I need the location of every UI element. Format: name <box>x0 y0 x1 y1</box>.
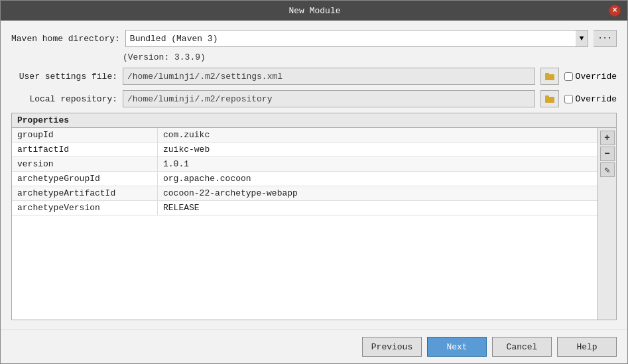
user-settings-override-label: Override <box>564 72 617 82</box>
local-repo-override-checkbox[interactable] <box>564 95 573 103</box>
remove-property-button[interactable]: − <box>600 147 615 161</box>
table-row: archetypeArtifactId cocoon-22-archetype-… <box>12 186 597 201</box>
close-button[interactable]: × <box>609 5 621 17</box>
folder-icon-2 <box>545 95 554 103</box>
maven-browse-button[interactable]: ··· <box>594 30 617 47</box>
svg-rect-3 <box>545 95 549 97</box>
maven-home-label: Maven home directory: <box>11 34 120 44</box>
table-row: archetypeVersion RELEASE <box>12 201 597 215</box>
user-settings-row: User settings file: Override <box>11 68 617 85</box>
prop-key: archetypeVersion <box>12 201 158 215</box>
user-settings-input[interactable] <box>123 68 535 85</box>
svg-rect-1 <box>545 73 549 75</box>
svg-rect-0 <box>545 74 554 80</box>
table-row: artifactId zuikc-web <box>12 143 597 157</box>
properties-header: Properties <box>12 113 616 128</box>
help-button[interactable]: Help <box>557 337 617 357</box>
prop-value: 1.0.1 <box>158 157 597 171</box>
prop-value: com.zuikc <box>158 128 597 142</box>
dialog: New Module × Maven home directory: ▼ ···… <box>0 0 628 364</box>
table-row: groupId com.zuikc <box>12 128 597 143</box>
previous-button[interactable]: Previous <box>362 337 422 357</box>
maven-home-input[interactable] <box>125 30 576 47</box>
table-row: archetypeGroupId org.apache.cocoon <box>12 172 597 186</box>
dialog-title: New Module <box>21 6 609 16</box>
cancel-button[interactable]: Cancel <box>492 337 552 357</box>
local-repo-input[interactable] <box>123 90 535 107</box>
prop-value: org.apache.cocoon <box>158 172 597 186</box>
local-repo-override-label: Override <box>564 94 617 104</box>
local-repo-browse-button[interactable] <box>540 90 559 107</box>
add-property-button[interactable]: + <box>600 131 615 145</box>
local-repo-label: Local repository: <box>11 94 117 104</box>
prop-value: RELEASE <box>158 201 597 215</box>
next-button[interactable]: Next <box>427 337 487 357</box>
prop-key: version <box>12 157 158 171</box>
prop-key: groupId <box>12 128 158 142</box>
properties-table: groupId com.zuikc artifactId zuikc-web v… <box>12 128 597 320</box>
user-settings-label: User settings file: <box>11 72 117 82</box>
maven-version-text: (Version: 3.3.9) <box>11 52 617 62</box>
maven-dropdown-button[interactable]: ▼ <box>576 30 589 47</box>
maven-input-wrap: ▼ <box>125 30 589 47</box>
user-settings-override-checkbox[interactable] <box>564 72 573 81</box>
title-bar: New Module × <box>1 1 627 21</box>
svg-rect-2 <box>545 97 554 103</box>
dialog-footer: Previous Next Cancel Help <box>1 330 627 363</box>
edit-property-button[interactable]: ✎ <box>600 162 615 177</box>
properties-section: Properties groupId com.zuikc artifactId … <box>11 113 617 320</box>
properties-actions: + − ✎ <box>597 128 616 320</box>
table-row: version 1.0.1 <box>12 157 597 172</box>
folder-icon <box>545 72 554 80</box>
properties-body: groupId com.zuikc artifactId zuikc-web v… <box>12 128 616 320</box>
maven-home-row: Maven home directory: ▼ ··· <box>11 30 617 47</box>
prop-value: cocoon-22-archetype-webapp <box>158 186 597 200</box>
local-repo-row: Local repository: Override <box>11 90 617 107</box>
prop-value: zuikc-web <box>158 143 597 156</box>
prop-key: artifactId <box>12 143 158 156</box>
user-settings-browse-button[interactable] <box>540 68 559 85</box>
dialog-content: Maven home directory: ▼ ··· (Version: 3.… <box>1 21 627 330</box>
prop-key: archetypeArtifactId <box>12 186 158 200</box>
prop-key: archetypeGroupId <box>12 172 158 186</box>
